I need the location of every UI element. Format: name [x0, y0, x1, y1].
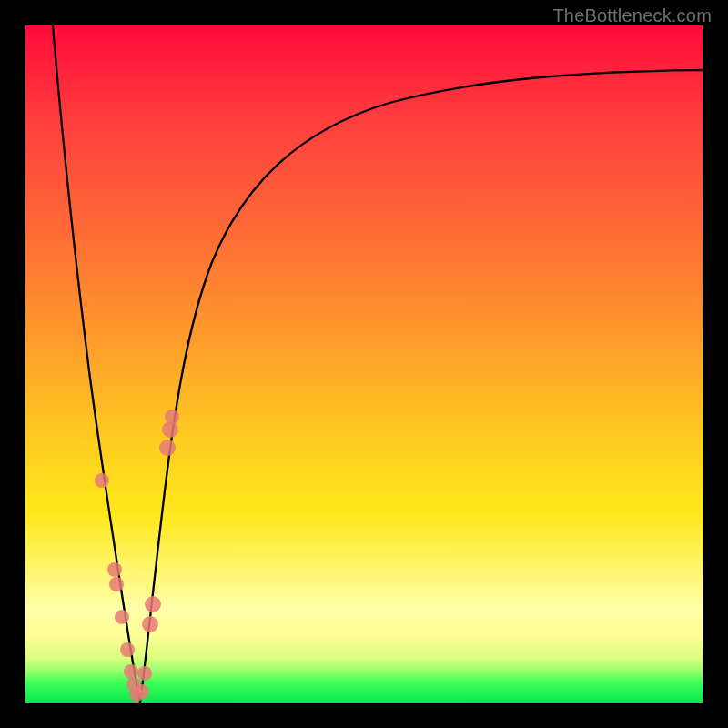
data-point	[115, 610, 129, 624]
curve-right-branch	[140, 70, 703, 703]
data-point	[107, 562, 122, 577]
data-point	[137, 666, 152, 681]
data-point	[142, 616, 158, 632]
chart-svg	[25, 25, 703, 703]
data-point	[145, 596, 161, 612]
data-point	[135, 684, 149, 699]
data-point	[109, 577, 124, 592]
plot-area	[25, 25, 703, 703]
data-point	[124, 664, 138, 679]
data-point	[120, 642, 135, 657]
curve-left-branch	[53, 25, 140, 703]
data-point	[159, 440, 176, 456]
data-point	[95, 473, 109, 488]
chart-frame: TheBottleneck.com	[0, 0, 728, 728]
watermark-text: TheBottleneck.com	[552, 5, 712, 26]
data-point	[165, 410, 179, 424]
